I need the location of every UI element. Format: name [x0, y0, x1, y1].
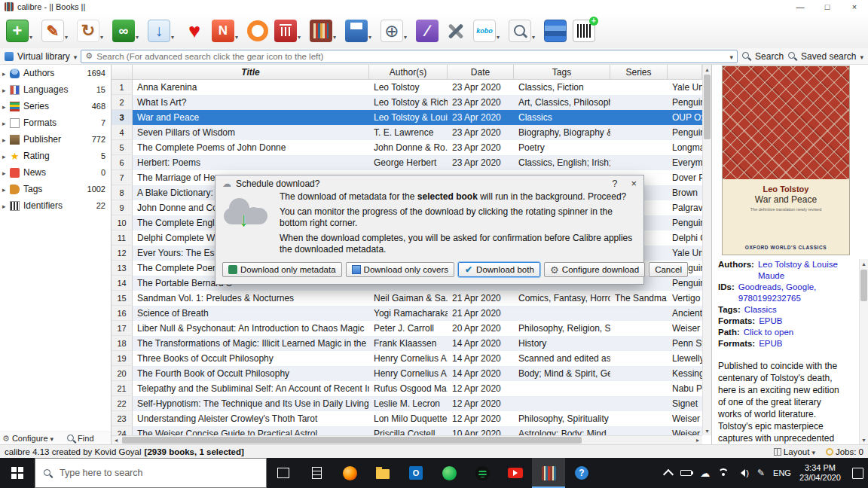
cell-pub[interactable]: Everyman	[668, 155, 702, 170]
cell-series[interactable]	[610, 366, 668, 381]
cell-date[interactable]: 23 Apr 2020	[448, 155, 514, 170]
battery-icon[interactable]	[680, 470, 692, 476]
cell-date[interactable]: 10 Apr 2020	[448, 426, 514, 435]
cell-num[interactable]: 24	[112, 426, 133, 435]
header-num[interactable]	[112, 65, 133, 79]
edit-book-stack-button[interactable]	[541, 15, 570, 47]
table-row[interactable]: 15Sandman Vol. 1: Preludes & NocturnesNe…	[112, 291, 702, 306]
cell-num[interactable]: 17	[112, 321, 133, 336]
get-books-dropdown-arrow-icon[interactable]	[171, 29, 177, 47]
donate-button[interactable]	[180, 15, 209, 47]
add-books-button[interactable]	[3, 15, 38, 47]
convert-books-dropdown-arrow-icon[interactable]	[100, 29, 106, 47]
advanced-search-gear-icon[interactable]: ⚙	[85, 52, 93, 60]
cell-pub[interactable]: Penguin C	[668, 95, 702, 110]
taskbar-icon-calculator[interactable]	[300, 458, 333, 488]
cell-num[interactable]: 1	[112, 80, 133, 95]
cell-date[interactable]: 12 Apr 2020	[448, 411, 514, 426]
expand-arrow-icon[interactable]	[2, 134, 10, 145]
cell-pub[interactable]: Dover Pub	[668, 170, 702, 185]
cell-series[interactable]	[610, 140, 668, 155]
download-only-metadata-button[interactable]: Download only metadata	[222, 262, 342, 277]
onedrive-cloud-icon[interactable]: ☁	[700, 468, 710, 478]
cell-num[interactable]: 20	[112, 366, 133, 381]
metadata-field-value[interactable]: EPUB	[759, 338, 782, 349]
table-row[interactable]: 22Self-Hypnotism: The Technique and Its …	[112, 396, 702, 411]
cell-pub[interactable]: Nabu Pres	[668, 381, 702, 396]
help-lifebuoy-button[interactable]	[244, 15, 271, 47]
save-to-disk-button[interactable]	[342, 15, 377, 47]
cell-tags[interactable]: Classics	[514, 110, 610, 125]
table-row[interactable]: 2What Is Art?Leo Tolstoy & Rich...23 Apr…	[112, 95, 702, 110]
scroll-down-arrow-icon[interactable]	[703, 426, 711, 435]
cell-title[interactable]: Sandman Vol. 1: Preludes & Nocturnes	[133, 291, 369, 306]
cell-authors[interactable]: Lon Milo Duquette	[369, 411, 448, 426]
cell-pub[interactable]: Llewellyn	[668, 351, 702, 366]
sidebar-item-publisher[interactable]: Publisher772	[0, 131, 111, 148]
cell-title[interactable]: War and Peace	[133, 110, 369, 125]
cell-date[interactable]: 23 Apr 2020	[448, 110, 514, 125]
cell-num[interactable]: 7	[112, 170, 133, 185]
jobs-button[interactable]: Jobs: 0	[826, 447, 863, 456]
connect-share-dropdown-arrow-icon[interactable]	[404, 29, 410, 47]
scroll-up-arrow-icon[interactable]	[703, 65, 711, 74]
barcode-button[interactable]	[570, 15, 598, 47]
table-row[interactable]: 4Seven Pillars of WisdomT. E. Lawrence23…	[112, 125, 702, 140]
dialog-help-button[interactable]: ?	[612, 178, 617, 189]
table-row[interactable]: 24The Weiser Concise Guide to Practical …	[112, 426, 702, 435]
cell-date[interactable]: 20 Apr 2020	[448, 321, 514, 336]
horizontal-scroll-thumb[interactable]	[122, 437, 582, 444]
sidebar-item-rating[interactable]: Rating5	[0, 148, 111, 164]
cell-title[interactable]: Liber Null & Psychonaut: An Introduction…	[133, 321, 369, 336]
cell-title[interactable]: Science of Breath	[133, 306, 369, 321]
virtual-library-dropdown-icon[interactable]	[74, 51, 78, 62]
cell-tags[interactable]	[514, 381, 610, 396]
sidebar-item-tags[interactable]: Tags1002	[0, 181, 111, 197]
cell-tags[interactable]: Astrology; Body; Mind...	[514, 426, 610, 435]
cell-authors[interactable]: Priscilla Costell...	[369, 426, 448, 435]
expand-arrow-icon[interactable]	[2, 184, 10, 194]
cell-num[interactable]: 15	[112, 291, 133, 306]
cell-tags[interactable]: Body; Mind & Spirit, Ge...	[514, 366, 610, 381]
cell-series[interactable]	[610, 411, 668, 426]
view-book-dropdown-arrow-icon[interactable]	[136, 29, 142, 47]
taskbar-icon-firefox[interactable]	[333, 458, 366, 488]
cell-date[interactable]: 23 Apr 2020	[448, 140, 514, 155]
cell-num[interactable]: 19	[112, 351, 133, 366]
cell-authors[interactable]: Peter J. Carroll	[369, 321, 448, 336]
header-title[interactable]: Title	[133, 65, 369, 79]
cell-series[interactable]	[610, 95, 668, 110]
edit-metadata-button[interactable]	[38, 15, 74, 47]
volume-icon[interactable]	[737, 468, 749, 477]
table-row[interactable]: 23Understanding Aleister Crowley's Thoth…	[112, 411, 702, 426]
table-row[interactable]: 21Telepathy and the Subliminal Self: An …	[112, 381, 702, 396]
cell-num[interactable]: 6	[112, 155, 133, 170]
fetch-news-dropdown-arrow-icon[interactable]	[235, 29, 241, 47]
cell-num[interactable]: 11	[112, 230, 133, 246]
close-button[interactable]: ×	[841, 0, 868, 14]
configure-button[interactable]: Configure	[12, 434, 48, 443]
header-tags[interactable]: Tags	[514, 65, 610, 79]
cell-pub[interactable]: Weiser Bo	[668, 321, 702, 336]
cell-title[interactable]: The Complete Poems of John Donne	[133, 140, 369, 155]
calibre-library-button[interactable]	[307, 15, 342, 47]
connect-share-button[interactable]	[377, 15, 413, 47]
configure-download-button[interactable]: Configure download	[544, 262, 645, 277]
cell-num[interactable]: 5	[112, 140, 133, 155]
cell-title[interactable]: The Transformations of Magic: Illicit Le…	[133, 336, 369, 351]
cell-date[interactable]: 23 Apr 2020	[448, 80, 514, 95]
cell-title[interactable]: Anna Karenina	[133, 80, 369, 95]
cell-title[interactable]: The Fourth Book of Occult Philosophy	[133, 366, 369, 381]
table-row[interactable]: 20The Fourth Book of Occult PhilosophyHe…	[112, 366, 702, 381]
chevron-up-icon[interactable]	[663, 469, 674, 480]
fetch-news-button[interactable]: N	[209, 15, 244, 47]
sidebar-item-formats[interactable]: Formats7	[0, 114, 111, 131]
search-input[interactable]: ⚙ Search (For advanced search click the …	[81, 50, 738, 63]
header-series[interactable]: Series	[610, 65, 668, 79]
vertical-scroll-thumb[interactable]	[704, 75, 711, 139]
cell-authors[interactable]: John Donne & Ro...	[369, 140, 448, 155]
cell-series[interactable]	[610, 396, 668, 411]
taskbar-icon-file-explorer[interactable]	[366, 458, 399, 488]
cell-num[interactable]: 21	[112, 381, 133, 396]
taskbar-icon-green-app[interactable]	[432, 458, 466, 488]
